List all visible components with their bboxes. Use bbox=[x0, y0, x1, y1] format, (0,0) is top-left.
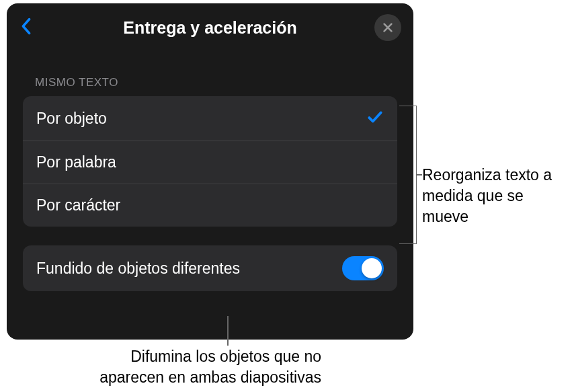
callout-right-text: Reorganiza texto a medida que se mueve bbox=[422, 165, 567, 227]
fade-label: Fundido de objetos diferentes bbox=[36, 260, 240, 278]
header: Entrega y aceleración bbox=[7, 3, 413, 49]
close-button[interactable] bbox=[374, 14, 401, 41]
switch-knob bbox=[362, 258, 382, 278]
option-by-object[interactable]: Por objeto bbox=[23, 96, 397, 141]
checkmark-icon bbox=[366, 108, 384, 128]
callout-bracket bbox=[399, 106, 417, 244]
callout-right: Reorganiza texto a medida que se mueve bbox=[422, 165, 567, 227]
section-header-same-text: MISMO TEXTO bbox=[23, 76, 397, 89]
callout-stem bbox=[417, 174, 422, 175]
option-by-character[interactable]: Por carácter bbox=[23, 184, 397, 227]
fade-row: Fundido de objetos diferentes bbox=[23, 245, 397, 291]
chevron-left-icon bbox=[19, 17, 34, 36]
same-text-options: Por objeto Por palabra Por carácter bbox=[23, 96, 397, 227]
callout-bottom-text: Difumina los objetos que no aparecen en … bbox=[66, 346, 321, 388]
settings-panel: Entrega y aceleración MISMO TEXTO Por ob… bbox=[7, 3, 413, 340]
back-button[interactable] bbox=[19, 17, 34, 38]
content: MISMO TEXTO Por objeto Por palabra Por c… bbox=[7, 49, 413, 291]
option-label: Por carácter bbox=[36, 196, 120, 214]
fade-group: Fundido de objetos diferentes bbox=[23, 245, 397, 291]
option-label: Por palabra bbox=[36, 153, 116, 171]
close-icon bbox=[382, 22, 394, 34]
fade-toggle[interactable] bbox=[342, 256, 384, 280]
callout-bottom: Difumina los objetos que no aparecen en … bbox=[66, 346, 321, 388]
page-title: Entrega y aceleración bbox=[123, 18, 296, 38]
callout-bottom-line bbox=[227, 316, 229, 346]
option-label: Por objeto bbox=[36, 110, 107, 128]
option-by-word[interactable]: Por palabra bbox=[23, 141, 397, 184]
